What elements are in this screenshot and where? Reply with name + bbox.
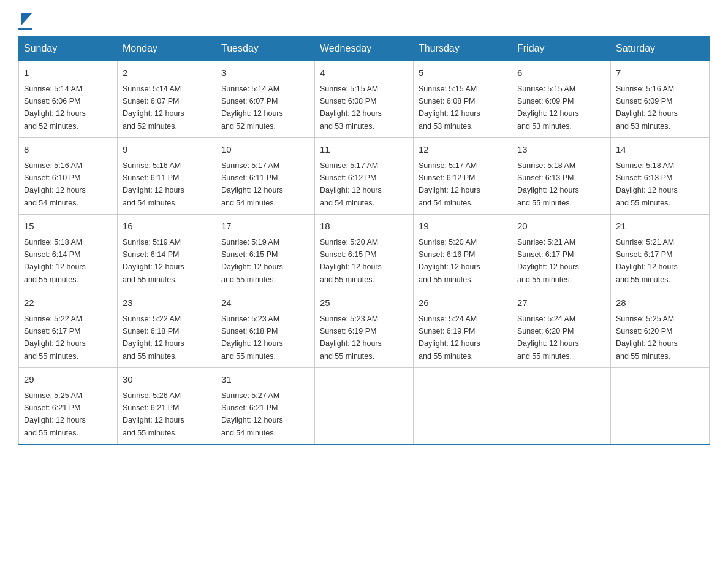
day-number: 27 bbox=[517, 296, 605, 310]
calendar-cell: 19 Sunrise: 5:20 AMSunset: 6:16 PMDaylig… bbox=[414, 215, 512, 291]
week-row-2: 8 Sunrise: 5:16 AMSunset: 6:10 PMDayligh… bbox=[19, 138, 710, 215]
calendar-cell: 16 Sunrise: 5:19 AMSunset: 6:14 PMDaylig… bbox=[118, 215, 216, 291]
calendar-table: SundayMondayTuesdayWednesdayThursdayFrid… bbox=[18, 36, 710, 445]
calendar-cell: 25 Sunrise: 5:23 AMSunset: 6:19 PMDaylig… bbox=[315, 291, 414, 368]
day-number: 4 bbox=[320, 66, 408, 80]
calendar-cell: 29 Sunrise: 5:25 AMSunset: 6:21 PMDaylig… bbox=[19, 368, 118, 445]
day-info: Sunrise: 5:22 AMSunset: 6:17 PMDaylight:… bbox=[24, 315, 86, 361]
day-info: Sunrise: 5:21 AMSunset: 6:17 PMDaylight:… bbox=[616, 238, 678, 284]
calendar-cell: 30 Sunrise: 5:26 AMSunset: 6:21 PMDaylig… bbox=[118, 368, 216, 445]
day-number: 16 bbox=[123, 220, 211, 234]
calendar-cell: 1 Sunrise: 5:14 AMSunset: 6:06 PMDayligh… bbox=[19, 61, 118, 138]
calendar-cell: 31 Sunrise: 5:27 AMSunset: 6:21 PMDaylig… bbox=[216, 368, 315, 445]
day-info: Sunrise: 5:15 AMSunset: 6:09 PMDaylight:… bbox=[517, 85, 579, 131]
day-info: Sunrise: 5:19 AMSunset: 6:14 PMDaylight:… bbox=[123, 238, 184, 284]
calendar-cell: 26 Sunrise: 5:24 AMSunset: 6:19 PMDaylig… bbox=[414, 291, 512, 368]
day-info: Sunrise: 5:15 AMSunset: 6:08 PMDaylight:… bbox=[419, 85, 480, 131]
day-number: 13 bbox=[517, 143, 605, 157]
calendar-cell: 27 Sunrise: 5:24 AMSunset: 6:20 PMDaylig… bbox=[512, 291, 611, 368]
calendar-cell: 5 Sunrise: 5:15 AMSunset: 6:08 PMDayligh… bbox=[414, 61, 512, 138]
weekday-header-wednesday: Wednesday bbox=[315, 37, 414, 61]
day-number: 10 bbox=[221, 143, 309, 157]
day-number: 20 bbox=[517, 220, 605, 234]
day-number: 3 bbox=[221, 66, 309, 80]
day-info: Sunrise: 5:16 AMSunset: 6:11 PMDaylight:… bbox=[123, 161, 184, 207]
day-number: 18 bbox=[320, 220, 408, 234]
calendar-cell: 20 Sunrise: 5:21 AMSunset: 6:17 PMDaylig… bbox=[512, 215, 611, 291]
day-number: 19 bbox=[419, 220, 507, 234]
weekday-header-monday: Monday bbox=[118, 37, 216, 61]
calendar-cell: 2 Sunrise: 5:14 AMSunset: 6:07 PMDayligh… bbox=[118, 61, 216, 138]
day-info: Sunrise: 5:27 AMSunset: 6:21 PMDaylight:… bbox=[221, 391, 283, 437]
weekday-header-friday: Friday bbox=[512, 37, 611, 61]
day-info: Sunrise: 5:16 AMSunset: 6:10 PMDaylight:… bbox=[24, 161, 86, 207]
day-info: Sunrise: 5:21 AMSunset: 6:17 PMDaylight:… bbox=[517, 238, 579, 284]
calendar-cell: 21 Sunrise: 5:21 AMSunset: 6:17 PMDaylig… bbox=[611, 215, 710, 291]
day-number: 28 bbox=[616, 296, 704, 310]
day-info: Sunrise: 5:23 AMSunset: 6:19 PMDaylight:… bbox=[320, 315, 382, 361]
day-info: Sunrise: 5:16 AMSunset: 6:09 PMDaylight:… bbox=[616, 85, 678, 131]
day-info: Sunrise: 5:19 AMSunset: 6:15 PMDaylight:… bbox=[221, 238, 283, 284]
calendar-cell: 14 Sunrise: 5:18 AMSunset: 6:13 PMDaylig… bbox=[611, 138, 710, 215]
day-number: 25 bbox=[320, 296, 408, 310]
calendar-cell: 15 Sunrise: 5:18 AMSunset: 6:14 PMDaylig… bbox=[19, 215, 118, 291]
day-info: Sunrise: 5:18 AMSunset: 6:14 PMDaylight:… bbox=[24, 238, 86, 284]
calendar-cell: 6 Sunrise: 5:15 AMSunset: 6:09 PMDayligh… bbox=[512, 61, 611, 138]
day-number: 24 bbox=[221, 296, 309, 310]
calendar-cell: 4 Sunrise: 5:15 AMSunset: 6:08 PMDayligh… bbox=[315, 61, 414, 138]
day-number: 12 bbox=[419, 143, 507, 157]
day-info: Sunrise: 5:20 AMSunset: 6:15 PMDaylight:… bbox=[320, 238, 382, 284]
day-info: Sunrise: 5:15 AMSunset: 6:08 PMDaylight:… bbox=[320, 85, 382, 131]
weekday-header-sunday: Sunday bbox=[19, 37, 118, 61]
day-info: Sunrise: 5:17 AMSunset: 6:12 PMDaylight:… bbox=[419, 161, 480, 207]
logo bbox=[18, 12, 32, 30]
day-number: 23 bbox=[123, 296, 211, 310]
calendar-cell: 8 Sunrise: 5:16 AMSunset: 6:10 PMDayligh… bbox=[19, 138, 118, 215]
day-info: Sunrise: 5:24 AMSunset: 6:20 PMDaylight:… bbox=[517, 315, 579, 361]
calendar-cell bbox=[611, 368, 710, 445]
calendar-cell: 13 Sunrise: 5:18 AMSunset: 6:13 PMDaylig… bbox=[512, 138, 611, 215]
day-number: 17 bbox=[221, 220, 309, 234]
day-number: 26 bbox=[419, 296, 507, 310]
day-number: 15 bbox=[24, 220, 112, 234]
weekday-header-row: SundayMondayTuesdayWednesdayThursdayFrid… bbox=[19, 37, 710, 61]
calendar-cell: 18 Sunrise: 5:20 AMSunset: 6:15 PMDaylig… bbox=[315, 215, 414, 291]
day-info: Sunrise: 5:24 AMSunset: 6:19 PMDaylight:… bbox=[419, 315, 480, 361]
week-row-1: 1 Sunrise: 5:14 AMSunset: 6:06 PMDayligh… bbox=[19, 61, 710, 138]
calendar-cell: 7 Sunrise: 5:16 AMSunset: 6:09 PMDayligh… bbox=[611, 61, 710, 138]
calendar-cell: 10 Sunrise: 5:17 AMSunset: 6:11 PMDaylig… bbox=[216, 138, 315, 215]
day-info: Sunrise: 5:17 AMSunset: 6:12 PMDaylight:… bbox=[320, 161, 382, 207]
weekday-header-tuesday: Tuesday bbox=[216, 37, 315, 61]
day-number: 1 bbox=[24, 66, 112, 80]
calendar-cell: 24 Sunrise: 5:23 AMSunset: 6:18 PMDaylig… bbox=[216, 291, 315, 368]
logo-triangle-icon bbox=[21, 13, 32, 28]
day-info: Sunrise: 5:18 AMSunset: 6:13 PMDaylight:… bbox=[616, 161, 678, 207]
day-info: Sunrise: 5:25 AMSunset: 6:21 PMDaylight:… bbox=[24, 391, 86, 437]
calendar-cell: 23 Sunrise: 5:22 AMSunset: 6:18 PMDaylig… bbox=[118, 291, 216, 368]
day-number: 22 bbox=[24, 296, 112, 310]
day-number: 8 bbox=[24, 143, 112, 157]
day-number: 14 bbox=[616, 143, 704, 157]
day-number: 2 bbox=[123, 66, 211, 80]
calendar-cell: 17 Sunrise: 5:19 AMSunset: 6:15 PMDaylig… bbox=[216, 215, 315, 291]
day-number: 11 bbox=[320, 143, 408, 157]
calendar-cell: 28 Sunrise: 5:25 AMSunset: 6:20 PMDaylig… bbox=[611, 291, 710, 368]
calendar-cell: 9 Sunrise: 5:16 AMSunset: 6:11 PMDayligh… bbox=[118, 138, 216, 215]
calendar-cell bbox=[512, 368, 611, 445]
calendar-cell: 3 Sunrise: 5:14 AMSunset: 6:07 PMDayligh… bbox=[216, 61, 315, 138]
day-number: 9 bbox=[123, 143, 211, 157]
day-number: 7 bbox=[616, 66, 704, 80]
calendar-cell: 11 Sunrise: 5:17 AMSunset: 6:12 PMDaylig… bbox=[315, 138, 414, 215]
day-number: 30 bbox=[123, 373, 211, 387]
day-info: Sunrise: 5:17 AMSunset: 6:11 PMDaylight:… bbox=[221, 161, 283, 207]
calendar-cell: 22 Sunrise: 5:22 AMSunset: 6:17 PMDaylig… bbox=[19, 291, 118, 368]
day-info: Sunrise: 5:14 AMSunset: 6:07 PMDaylight:… bbox=[123, 85, 184, 131]
week-row-4: 22 Sunrise: 5:22 AMSunset: 6:17 PMDaylig… bbox=[19, 291, 710, 368]
day-info: Sunrise: 5:18 AMSunset: 6:13 PMDaylight:… bbox=[517, 161, 579, 207]
week-row-3: 15 Sunrise: 5:18 AMSunset: 6:14 PMDaylig… bbox=[19, 215, 710, 291]
day-info: Sunrise: 5:14 AMSunset: 6:07 PMDaylight:… bbox=[221, 85, 283, 131]
day-info: Sunrise: 5:20 AMSunset: 6:16 PMDaylight:… bbox=[419, 238, 480, 284]
day-number: 5 bbox=[419, 66, 507, 80]
calendar-cell: 12 Sunrise: 5:17 AMSunset: 6:12 PMDaylig… bbox=[414, 138, 512, 215]
day-info: Sunrise: 5:22 AMSunset: 6:18 PMDaylight:… bbox=[123, 315, 184, 361]
